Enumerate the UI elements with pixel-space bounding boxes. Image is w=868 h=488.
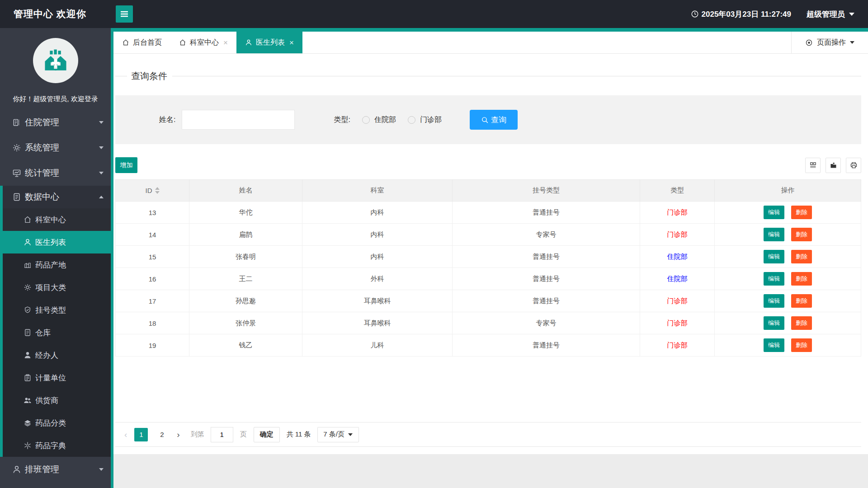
menu-item-label: 项目大类 [35,282,66,293]
next-page-button[interactable]: › [177,430,179,440]
column-header[interactable]: 姓名 [189,180,302,202]
table-toolbar: 增加 [115,157,861,173]
edit-button[interactable]: 编辑 [764,316,784,330]
toolbar-icon-button[interactable] [846,158,861,173]
cell-actions: 编辑 删除 [715,246,861,268]
tab-label: 科室中心 [190,38,219,47]
delete-button[interactable]: 删除 [791,338,812,352]
tab[interactable]: 科室中心 × [170,32,236,53]
filter-panel: 姓名: 类型: 住院部 门诊部 查询 [115,95,861,144]
name-input[interactable] [182,110,295,130]
page-number-button[interactable]: 2 [155,428,169,441]
toolbar-icon-button[interactable] [826,158,841,173]
sidebar-item[interactable]: 药品产地 [0,253,111,276]
edit-button[interactable]: 编辑 [764,206,784,219]
cell-name: 王二 [189,268,302,290]
menu-item-icon [24,419,32,427]
cell-name: 孙思邈 [189,290,302,312]
edit-button[interactable]: 编辑 [764,250,784,263]
cell-registration-type: 普通挂号 [453,246,640,268]
cell-registration-type: 普通挂号 [453,290,640,312]
tab[interactable]: 医生列表 × [236,32,302,53]
cell-department: 耳鼻喉科 [302,290,453,312]
cell-type: 门诊部 [640,224,715,246]
edit-button[interactable]: 编辑 [764,272,784,286]
column-header[interactable]: 挂号类型 [453,180,640,202]
sidebar-item[interactable]: 仓库 [0,321,111,344]
tab-bar: 后台首页 × 科室中心 × 医生列表 × 页面操作 [113,32,868,54]
menu-item-icon [24,238,32,246]
cell-registration-type: 专家号 [453,312,640,334]
table-row: 18 张仲景 耳鼻喉科 专家号 门诊部 编辑 删除 [116,312,861,334]
sidebar-item[interactable]: 供货商 [0,389,111,412]
delete-button[interactable]: 删除 [791,294,812,308]
menu-item-label: 经办人 [35,350,58,361]
sidebar-item[interactable]: 排班管理 [0,457,111,482]
accent-strip [113,28,868,32]
column-header[interactable]: ID [116,180,189,202]
delete-button[interactable]: 删除 [791,206,812,219]
sidebar-item[interactable]: 药品字典 [0,434,111,457]
goto-page-input[interactable] [211,427,233,442]
sidebar-item[interactable]: 挂号类型 [0,299,111,321]
app-title: 管理中心 欢迎你 [14,0,86,28]
menu-item-label: 系统管理 [25,142,59,154]
menu-item-icon [12,118,21,127]
edit-button[interactable]: 编辑 [764,228,784,241]
sidebar-item[interactable]: 计量单位 [0,366,111,389]
close-icon[interactable]: × [223,39,228,47]
sidebar-item[interactable]: 项目大类 [0,276,111,299]
sidebar-item[interactable]: 数据中心 [0,186,111,208]
column-header[interactable]: 类型 [640,180,715,202]
page-operations-dropdown[interactable]: 页面操作 [791,32,868,53]
page-number-button[interactable]: 1 [134,428,148,441]
delete-button[interactable]: 删除 [791,272,812,286]
sidebar-item[interactable]: 科室中心 [0,208,111,231]
cell-name: 张仲景 [189,312,302,334]
toolbar-icon-button[interactable] [805,158,821,173]
per-page-select[interactable]: 7 条/页 [317,427,359,442]
cell-department: 内科 [302,202,453,224]
datetime-display: 2025年03月23日 11:27:49 [691,9,791,19]
menu-item-icon [12,192,21,202]
search-button[interactable]: 查询 [470,110,518,130]
menu-item-icon [24,374,32,382]
add-button[interactable]: 增加 [115,157,137,173]
menu-item-label: 供货商 [35,395,58,406]
tab[interactable]: 后台首页 × [113,32,170,53]
sidebar-item[interactable]: 住院管理 [0,110,111,135]
sidebar-item[interactable]: 药品分类 [0,412,111,434]
cell-type: 住院部 [640,246,715,268]
user-dropdown[interactable]: 超级管理员 [807,9,854,19]
cell-name: 扁鹊 [189,224,302,246]
column-header[interactable]: 操作 [715,180,861,202]
cell-type: 门诊部 [640,290,715,312]
cell-actions: 编辑 删除 [715,312,861,334]
cell-actions: 编辑 删除 [715,268,861,290]
page-unit-label: 页 [240,430,247,439]
sort-icon[interactable] [155,187,160,194]
table-row: 16 王二 外科 普通挂号 住院部 编辑 删除 [116,268,861,290]
type-radio[interactable]: 门诊部 [408,115,442,125]
type-radio[interactable]: 住院部 [362,115,396,125]
confirm-button[interactable]: 确定 [254,427,280,442]
cell-id: 15 [116,246,189,268]
cell-department: 儿科 [302,334,453,357]
edit-button[interactable]: 编辑 [764,338,784,352]
menu-item-label: 药品产地 [35,260,66,270]
hamburger-icon [119,9,130,19]
sidebar-item[interactable]: 系统管理 [0,135,111,160]
cell-department: 耳鼻喉科 [302,312,453,334]
delete-button[interactable]: 删除 [791,228,812,241]
column-header[interactable]: 科室 [302,180,453,202]
sidebar-item[interactable]: 医生列表 [0,231,111,253]
app-logo [33,38,78,83]
close-icon[interactable]: × [289,39,294,47]
sidebar-item[interactable]: 经办人 [0,344,111,366]
delete-button[interactable]: 删除 [791,250,812,263]
sidebar-item[interactable]: 统计管理 [0,160,111,186]
cell-actions: 编辑 删除 [715,224,861,246]
sidebar-toggle-button[interactable] [116,5,133,23]
delete-button[interactable]: 删除 [791,316,812,330]
edit-button[interactable]: 编辑 [764,294,784,308]
